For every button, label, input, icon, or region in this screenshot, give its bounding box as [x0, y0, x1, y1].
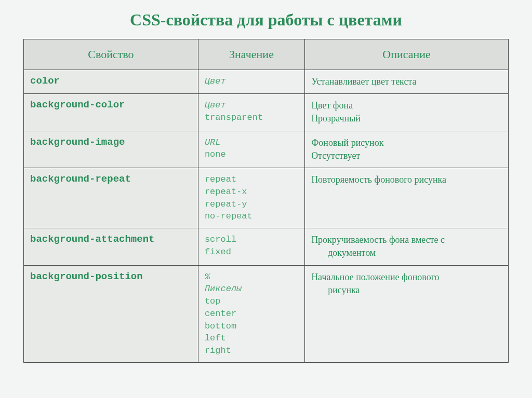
value-line: % [205, 271, 298, 283]
property-cell: background-image [24, 131, 198, 168]
value-line: right [205, 345, 298, 357]
description-line: Прокручиваемость фона вместе с [311, 234, 502, 246]
table-row: background-position%Пикселыtopcenterbott… [24, 265, 509, 363]
value-line: left [205, 332, 298, 345]
property-cell: color [24, 70, 198, 94]
property-cell: background-attachment [24, 228, 198, 265]
description-line-indent: рисунка [311, 284, 502, 297]
description-cell: Начальное положение фоновогорисунка [305, 265, 509, 363]
header-property: Свойство [24, 39, 198, 70]
property-cell: background-position [24, 265, 198, 363]
value-line: fixed [205, 246, 298, 258]
property-name: background-color [30, 99, 125, 111]
table-row: background-repeatrepeatrepeat-xrepeat-yn… [24, 168, 509, 228]
table-row: background-imageURLnoneФоновый рисунокОт… [24, 131, 509, 168]
property-name: background-attachment [30, 234, 154, 245]
value-line: repeat-y [205, 198, 298, 211]
description-line: Устанавливает цвет текста [311, 75, 502, 88]
property-cell: background-repeat [24, 168, 198, 228]
value-cell: Цвет [198, 70, 304, 94]
value-cell: repeatrepeat-xrepeat-yno-repeat [198, 168, 304, 228]
description-cell: Повторяемость фонового рисунка [305, 168, 509, 228]
table-body: colorЦветУстанавливает цвет текстаbackgr… [24, 70, 509, 363]
value-cell: %Пикселыtopcenterbottomleftright [198, 265, 304, 363]
header-value: Значение [198, 39, 304, 70]
value-line: top [205, 295, 298, 308]
value-cell: URLnone [198, 131, 304, 168]
value-line: repeat [205, 173, 298, 186]
value-line: URL [205, 136, 298, 149]
property-name: background-position [30, 271, 143, 282]
property-name: background-repeat [30, 173, 131, 185]
description-line: Отсутствует [311, 149, 502, 162]
value-line: scroll [205, 234, 298, 246]
value-cell: scrollfixed [198, 228, 304, 265]
value-line: no-repeat [205, 210, 298, 223]
description-cell: Устанавливает цвет текста [305, 70, 509, 94]
value-line: Цвет [205, 99, 298, 112]
header-description: Описание [305, 39, 509, 70]
property-name: color [30, 75, 60, 87]
description-cell: Цвет фонаПрозрачный [305, 94, 509, 131]
description-line: Прозрачный [311, 112, 502, 125]
value-line: none [205, 148, 298, 161]
css-properties-table: Свойство Значение Описание colorЦветУста… [23, 39, 509, 363]
value-line: center [205, 308, 298, 320]
value-line: Цвет [205, 75, 298, 88]
value-line: bottom [205, 320, 298, 333]
page-title: CSS-свойства для работы с цветами [23, 10, 509, 30]
table-header-row: Свойство Значение Описание [24, 39, 509, 70]
description-cell: Фоновый рисунокОтсутствует [305, 131, 509, 168]
description-line: Начальное положение фонового [311, 271, 502, 284]
table-row: background-attachmentscrollfixedПрокручи… [24, 228, 509, 265]
property-name: background-image [30, 136, 125, 148]
value-cell: Цветtransparent [198, 94, 304, 131]
value-line: repeat-x [205, 186, 298, 198]
description-line: Фоновый рисунок [311, 136, 502, 149]
value-line: transparent [205, 112, 298, 124]
table-row: colorЦветУстанавливает цвет текста [24, 70, 509, 94]
description-line-indent: документом [311, 246, 502, 259]
property-cell: background-color [24, 94, 198, 131]
description-line: Цвет фона [311, 99, 502, 112]
table-row: background-colorЦветtransparentЦвет фона… [24, 94, 509, 131]
description-cell: Прокручиваемость фона вместе сдокументом [305, 228, 509, 265]
description-line: Повторяемость фонового рисунка [311, 173, 502, 186]
value-line: Пикселы [205, 283, 298, 295]
